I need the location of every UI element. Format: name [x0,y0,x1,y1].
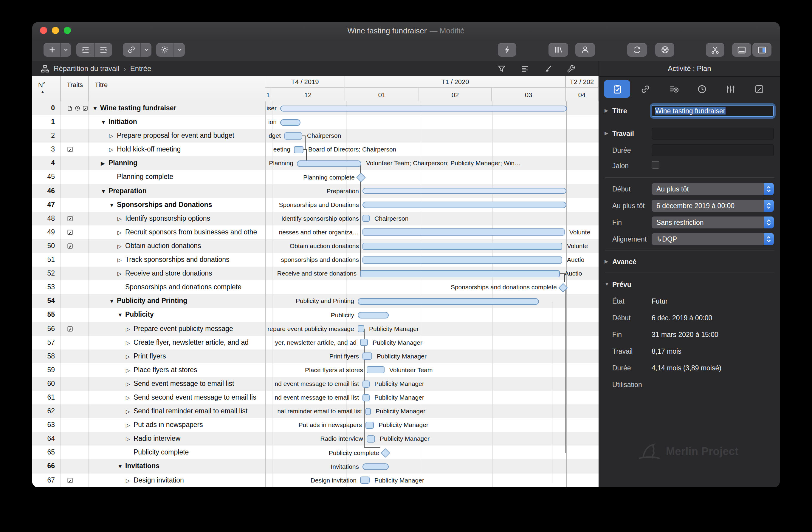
timeline-header[interactable]: T4 / 2019T1 / 2020T2 / 20211201020304 [265,76,598,101]
align-icon[interactable] [521,64,530,73]
row-traits [61,349,89,363]
collapse-icon[interactable]: ▼ [117,460,125,473]
gantt-bar[interactable] [360,476,369,484]
row-number: 58 [32,349,61,363]
gantt-bar[interactable] [280,119,301,126]
format-brush-icon[interactable] [544,64,553,73]
breadcrumb[interactable]: Répartition du travail › Entrée [41,64,151,73]
tab-finance[interactable] [661,80,687,98]
expand-icon[interactable]: ▶ [101,157,108,170]
chevron-down-icon[interactable] [61,43,71,57]
gear-icon[interactable] [156,43,174,57]
gantt-task-label: Publicity [266,308,354,322]
gantt-bar[interactable] [367,435,375,443]
chevron-down-icon[interactable] [174,43,185,57]
gantt-bar[interactable] [362,394,369,401]
gantt-bar[interactable] [362,256,562,263]
close-window-button[interactable] [40,27,47,34]
travail-input[interactable] [652,128,774,140]
tab-columns[interactable] [717,80,744,98]
row-number: 63 [32,418,61,432]
library-button[interactable] [549,43,568,57]
plus-icon[interactable] [44,43,60,57]
gantt-bar[interactable] [362,242,562,249]
gantt-bar[interactable] [294,146,303,153]
tab-infos[interactable] [604,80,630,98]
milestone-diamond[interactable] [558,283,567,292]
filter-icon[interactable] [497,64,506,73]
gantt-bar[interactable] [362,188,566,194]
toggle-bottom-panel-button[interactable] [732,43,751,57]
title-input[interactable]: Wine tasting fundraiser [652,105,774,117]
settings-button[interactable] [156,43,185,57]
collapse-icon[interactable]: ▼ [109,198,117,212]
collapse-icon[interactable]: ▼ [109,295,117,308]
disclosure-closed-icon[interactable]: ▶ [605,259,608,264]
popup-au-plus-t-t[interactable]: 6 décembre 2019 à 00:00 [652,200,774,212]
wrench-icon[interactable] [567,64,576,73]
field-value: 8,17 mois [652,348,681,355]
disclosure-open-icon[interactable]: ▼ [605,282,609,287]
milestone-diamond[interactable] [356,173,365,182]
link-icon[interactable] [123,43,140,57]
row-number: 4 [32,157,61,170]
gantt-bar[interactable] [362,353,372,360]
popup-alignement[interactable]: ↳DQP [652,233,774,245]
disclosure-closed-icon[interactable]: ▶ [605,131,608,136]
gantt-bar[interactable] [280,105,567,111]
chevron-down-icon[interactable] [141,43,151,57]
breadcrumb-view[interactable]: Répartition du travail [54,64,119,73]
collapse-icon[interactable]: ▼ [101,185,108,198]
tools-button[interactable] [706,43,724,57]
titlebar[interactable]: Wine tasting fundraiser — Modifié [32,22,780,39]
gantt-bar[interactable] [365,422,374,429]
column-header-title[interactable]: Titre [89,76,265,101]
gantt-bar[interactable] [360,339,368,346]
minimize-window-button[interactable] [52,27,59,34]
gantt-bar[interactable] [297,160,361,167]
gantt-task-label: nd event message to email list [266,391,359,404]
gantt-bar[interactable] [358,312,389,318]
gantt-bar[interactable] [362,202,566,208]
milestone-checkbox[interactable] [652,161,659,169]
indent-icon[interactable] [76,43,94,57]
tab-time[interactable] [689,80,715,98]
gantt-bar[interactable] [362,229,565,236]
gantt-bar[interactable] [362,215,369,222]
milestone-diamond[interactable] [380,448,390,458]
collapse-icon[interactable]: ▼ [117,308,125,322]
link-activities-button[interactable] [123,43,151,57]
column-header-traits[interactable]: Traits [61,76,89,101]
doc-icon [67,105,73,112]
tab-style[interactable] [746,80,772,98]
gantt-bar[interactable] [362,380,369,387]
gantt-bar[interactable] [285,132,302,139]
durée-input[interactable] [652,144,774,156]
gantt-bar[interactable] [367,366,385,374]
gantt-bar[interactable] [365,408,371,415]
column-header-number[interactable]: N° ▲ [32,76,61,101]
gantt-bar[interactable] [358,298,539,305]
toggle-inspector-button[interactable] [752,43,771,57]
resources-button[interactable] [575,43,595,57]
new-activity-button[interactable] [44,43,71,57]
collapse-icon[interactable]: ▼ [92,102,100,115]
collapse-icon[interactable]: ▼ [101,116,108,129]
disclosure-closed-icon[interactable]: ▶ [605,108,608,113]
breadcrumb-entry[interactable]: Entrée [130,64,151,73]
popup-d-but[interactable]: Au plus tôt [652,183,774,195]
actions-button[interactable] [498,43,516,57]
outdent-icon[interactable] [95,43,112,57]
tab-links[interactable] [632,80,658,98]
task-title: Receive and store donations [125,270,212,277]
sync-button[interactable] [627,43,647,57]
share-button[interactable] [655,43,674,57]
gantt-bar[interactable] [362,463,389,470]
popup-fin[interactable]: Sans restriction [652,216,774,228]
row-number: 47 [32,198,61,212]
zoom-window-button[interactable] [64,27,71,34]
row-traits [61,280,89,294]
sync-icon [633,45,641,54]
gantt-bar[interactable] [358,325,364,332]
gantt-bar[interactable] [360,270,560,277]
